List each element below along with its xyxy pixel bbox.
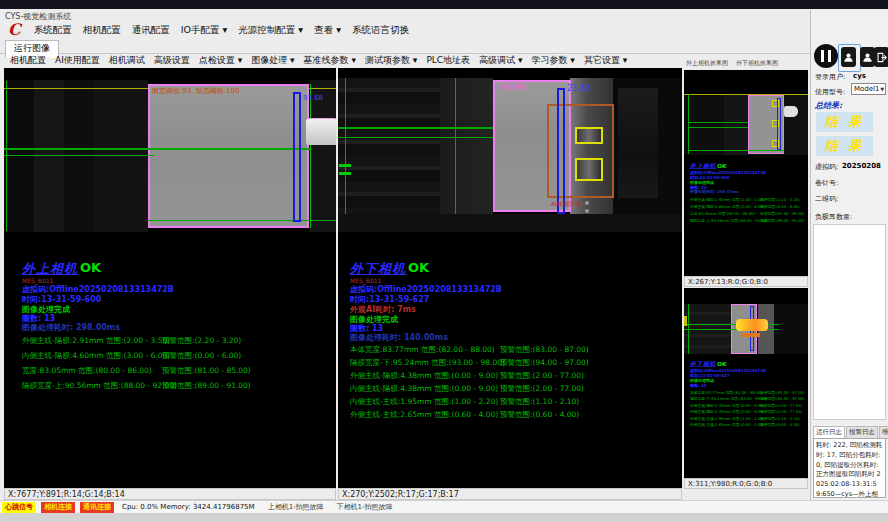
toolbar-advanced-debug[interactable]: 高级调试 ▾ (479, 54, 522, 67)
coord-readout-right: X:270;Y:2502;R:17;G:17;B:17 (338, 488, 682, 500)
toolbar-spotcheck-settings[interactable]: 点检设置 ▾ (199, 54, 242, 67)
toolbar-camera-debug[interactable]: 相机调试 (109, 54, 145, 67)
elapsed-line: 图像处理耗时: 298.00ms (690, 189, 739, 195)
titlebar-strip (0, 0, 888, 9)
tab-strip: 运行图像 (0, 39, 810, 54)
measurement-warn: 预警范围:(94.00 - 97.00) (500, 358, 589, 368)
measurement-row: 内侧主线-隔膜:4.38mm 范围:(0.00 - 9.00) (690, 410, 764, 415)
chevron-down-icon: ▼ (880, 86, 884, 92)
camera-view-outer-lower[interactable]: AI检测框 23.80 AI检测区域 外下相机 OK MES_B011 虚拟码:… (338, 68, 682, 488)
menu-item-view[interactable]: 查看 ▾ (314, 24, 341, 37)
threshold-overlay-label: 固定阈值:93, 动态阈值:100 (152, 86, 239, 96)
model-select[interactable]: Model1 ▼ (851, 83, 886, 95)
toolbar-plc-address[interactable]: PLC地址表 (426, 54, 470, 67)
status-bar: 心跳信号 相机连接 通讯连接 Cpu: 0.0% Memory: 3424.41… (0, 500, 888, 513)
separator-measure-value: 23.80 (567, 84, 590, 93)
pause-button[interactable] (814, 44, 838, 68)
defect-box-2 (575, 158, 603, 181)
menu-item-io-config[interactable]: IO手配置 ▾ (181, 24, 228, 37)
measurement-row: 外侧主线-隔膜:2.91mm 范围:(2.00 - 3.50) (22, 336, 170, 346)
measurement-warn: 预警范围:(2.00 - 77.00) (760, 410, 802, 415)
measurement-row: 内侧主线-隔膜:4.60mm 范围:(3.00 - 6.00) (22, 351, 170, 361)
control-panel: 登录用户: cys 使用型号: Model1 ▼ 总结果: 结 果 结 果 虚拟… (810, 10, 888, 522)
measurement-warn: 预警范围:(81.00 - 85.00) (760, 211, 804, 216)
loop-count-line: 圈数: 13 (690, 383, 707, 389)
measurement-warn: 预警范围:(81.00 - 85.00) (162, 366, 251, 376)
measurement-warn: 预警范围:(0.00 - 6.00) (162, 351, 241, 361)
admin-user-button[interactable] (860, 47, 875, 67)
electrode-tab-blob (306, 118, 336, 145)
toolbar-ai-config[interactable]: AI使用配置 (55, 54, 100, 67)
mini-highlight-blob (736, 319, 768, 331)
measurement-warn: 预警范围:(2.00 - 77.00) (500, 371, 584, 381)
measure-line-3 (148, 220, 336, 221)
operator-user-button[interactable] (841, 47, 856, 67)
model-label: 使用型号: (815, 87, 845, 97)
edge-mark-2 (339, 172, 351, 175)
app-window: CYS-视觉检测系统 C 系统配置 相机配置 通讯配置 IO手配置 ▾ 光源控制… (0, 0, 888, 522)
mini-tab-spacing-line (684, 94, 808, 95)
measurement-warn: 预警范围:(94.00 - 97.00) (760, 397, 804, 402)
menu-item-system-config[interactable]: 系统配置 (34, 24, 72, 37)
toolbar-test-params[interactable]: 测试项参数 ▾ (365, 54, 417, 67)
mini-baseline (688, 95, 689, 154)
toolbar-baseline-params[interactable]: 基准线参数 ▾ (304, 54, 356, 67)
ai-area-label: AI检测区域 (551, 200, 581, 209)
mini-right-dark (774, 304, 808, 354)
barcode-label: 虚拟码: (815, 162, 838, 172)
separator-measure-bar (557, 88, 565, 214)
measurement-row: 宽度:83.05mm 范围:(80.00 - 86.00) (690, 211, 755, 216)
small-view-label-bottom: 外下相机效果图 (736, 59, 778, 68)
mini-measure-line (688, 150, 784, 151)
measurement-row: 隔膜宽度-上:90.56mm 范围:(88.00 - 92.00) (22, 381, 177, 391)
toolbar-advanced-settings[interactable]: 高级设置 (154, 54, 190, 67)
measurement-row: 外侧主线-主线:2.65mm 范围:(0.60 - 4.00) (350, 410, 498, 420)
measure-line-2 (4, 155, 154, 156)
measurement-warn: 预警范围:(89.00 - 91.00) (760, 218, 804, 223)
camera-view-outer-upper[interactable]: 固定阈值:93, 动态阈值:100 93.68 外上相机 OK MES_B011… (4, 68, 336, 488)
menu-item-language[interactable]: 系统语言切换 (352, 24, 409, 37)
menu-item-comm-config[interactable]: 通讯配置 (132, 24, 170, 37)
measurement-warn: 预警范围:(2.20 - 3.20) (162, 336, 241, 346)
exit-button[interactable] (874, 47, 888, 67)
bottom-edge-strip (0, 513, 888, 522)
model-select-value: Model1 (854, 85, 879, 93)
result-ok-label: OK (408, 260, 429, 275)
measurement-row: 内侧主线-隔膜:4.38mm 范围:(0.00 - 9.00) (350, 384, 498, 394)
result-list-box[interactable] (813, 224, 886, 420)
toolbar-learning-params[interactable]: 学习参数 ▾ (532, 54, 575, 67)
result-badge-upper: 结 果 (816, 112, 873, 132)
menu-item-camera-config[interactable]: 相机配置 (83, 24, 121, 37)
measurement-warn: 预警范围:(83.00 - 87.00) (760, 390, 804, 395)
coord-readout-mini-bottom: X:311;Y:980;R:0;G:0;B:0 (684, 478, 808, 489)
measure-line-1 (4, 148, 310, 150)
toolbar-other-settings[interactable]: 其它设置 ▾ (584, 54, 627, 67)
menu-item-light-config[interactable]: 光源控制配置 ▾ (238, 24, 303, 37)
measurement-row: 外侧主线-主线:2.65mm 范围:(0.60 - 4.00) (690, 423, 764, 428)
ai-frame-label: AI检测框 (498, 82, 526, 92)
mini-baseline (688, 304, 689, 354)
measurement-row: 隔膜宽度-上:90.56mm 范围:(88.00 - 92.00) (690, 218, 768, 223)
exit-door-icon (876, 48, 887, 67)
result-ok-label: OK (717, 162, 727, 169)
camera-name-label: 外下相机 (350, 260, 406, 278)
login-user-label: 登录用户: (815, 72, 845, 82)
result-ok-label: OK (80, 260, 101, 275)
edge-baseline-left (345, 78, 346, 232)
separator-measure-value: 93.68 (303, 94, 323, 102)
coord-readout-mini-top: X:267;Y:13;R:0;G:0;B:0 (684, 276, 808, 287)
app-logo-icon: C (8, 22, 21, 38)
mini-view-outer-upper[interactable]: 外上相机 OK 虚拟码:Offline2025020813313472B 时间:… (684, 70, 808, 276)
measurement-row: 宽度:83.05mm 范围:(80.00 - 86.00) (22, 366, 152, 376)
mini-view-outer-lower[interactable]: 外下相机 OK 虚拟码:Offline2025020813313472B 时间:… (684, 288, 808, 478)
toolbar-image-processing[interactable]: 图像处理 ▾ (251, 54, 294, 67)
cpu-memory-readout: Cpu: 0.0% Memory: 3424.41796875M (122, 503, 255, 511)
result-ok-label: OK (717, 360, 727, 367)
measurement-row: 内侧主线-主线:1.95mm 范围:(1.00 - 2.20) (350, 397, 498, 407)
small-view-header: 外上相机效果图 外下相机效果图 (686, 59, 808, 68)
toolbar-camera-config[interactable]: 相机配置 (10, 54, 46, 67)
cell-region-box (148, 84, 309, 228)
measurement-row: 内侧主线-隔膜:4.60mm 范围:(3.00 - 6.00) (690, 204, 764, 209)
mid-baseline (455, 78, 456, 232)
log-output[interactable]: 耗时: 222, 凹陷检测耗时: 17, 凹陷分包耗时: 0, 凹陷提取分区耗时… (813, 438, 886, 498)
